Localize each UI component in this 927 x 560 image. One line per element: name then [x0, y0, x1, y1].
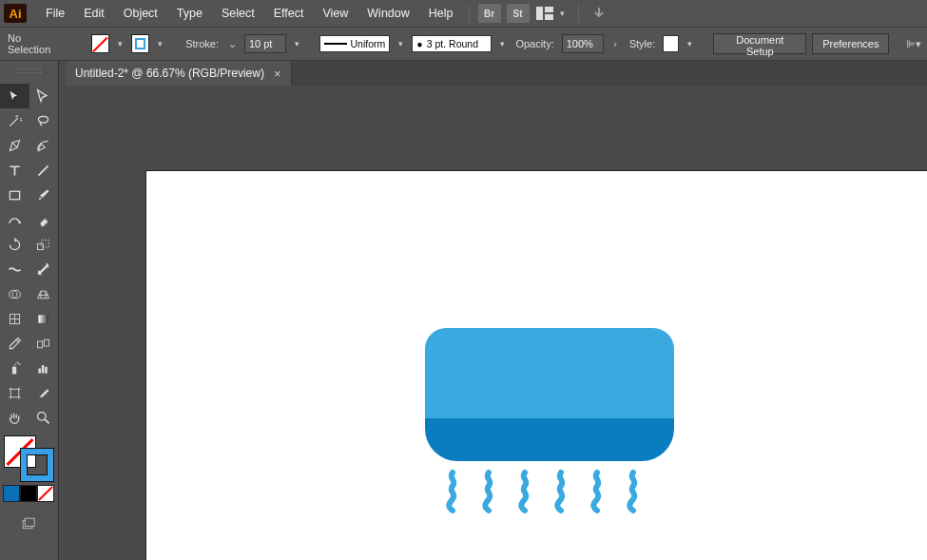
style-dropdown[interactable]: ▾ [685, 34, 695, 53]
menu-object[interactable]: Object [114, 0, 167, 27]
separator [578, 5, 579, 22]
svg-rect-5 [38, 243, 44, 249]
column-graph-tool[interactable] [29, 356, 59, 380]
svg-rect-12 [45, 339, 49, 346]
fill-stroke-swatches[interactable] [4, 435, 56, 481]
stock-button[interactable]: St [507, 4, 530, 23]
brush-definition[interactable]: ●3 pt. Round [412, 35, 492, 52]
color-mode[interactable] [3, 485, 20, 502]
opacity-more[interactable]: › [609, 38, 622, 49]
stroke-weight-dropdown[interactable]: ▾ [292, 34, 302, 53]
preferences-button[interactable]: Preferences [812, 33, 889, 54]
stroke-swatch[interactable] [131, 34, 149, 53]
artwork-waves[interactable] [443, 469, 662, 521]
zoom-tool[interactable] [29, 405, 59, 430]
menu-edit[interactable]: Edit [74, 0, 114, 27]
style-label: Style: [628, 38, 658, 49]
menu-bar: Ai File Edit Object Type Select Effect V… [0, 0, 927, 27]
menu-select[interactable]: Select [212, 0, 264, 27]
curvature-tool[interactable] [29, 133, 59, 158]
stroke-weight-input[interactable] [244, 34, 286, 53]
brush-dropdown[interactable]: ▾ [497, 34, 508, 53]
menu-effect[interactable]: Effect [264, 0, 314, 27]
profile-label: Uniform [351, 38, 386, 49]
eyedropper-tool[interactable] [0, 331, 29, 356]
paintbrush-tool[interactable] [29, 183, 59, 207]
direct-selection-tool[interactable] [29, 84, 59, 108]
svg-rect-18 [45, 366, 48, 373]
menu-view[interactable]: View [313, 0, 357, 27]
stroke-proxy[interactable] [21, 449, 53, 481]
selection-tool[interactable] [0, 84, 29, 108]
mesh-tool[interactable] [0, 306, 29, 331]
toolbox: ∷∷∷∷ [0, 61, 59, 560]
close-icon[interactable]: × [274, 67, 281, 81]
svg-rect-16 [39, 368, 42, 373]
shape-builder-tool[interactable] [0, 281, 29, 306]
artwork-shape[interactable] [425, 328, 674, 461]
opacity-input[interactable] [562, 34, 604, 53]
hand-tool[interactable] [0, 405, 29, 430]
magic-wand-tool[interactable] [0, 108, 29, 133]
svg-rect-1 [545, 7, 553, 12]
gradient-mode[interactable] [20, 485, 37, 502]
pen-tool[interactable] [0, 133, 29, 158]
svg-rect-19 [10, 389, 19, 397]
lasso-tool[interactable] [29, 108, 59, 133]
opacity-label: Opacity: [513, 38, 555, 49]
rotate-tool[interactable] [0, 232, 29, 257]
graphic-style-swatch[interactable] [663, 35, 679, 52]
screen-mode[interactable] [0, 512, 58, 536]
blend-tool[interactable] [29, 331, 59, 356]
tab-title: Untitled-2* @ 66.67% (RGB/Preview) [75, 67, 264, 80]
artboard[interactable] [146, 171, 927, 560]
arrange-documents[interactable]: ▾ [536, 4, 569, 23]
perspective-grid-tool[interactable] [29, 281, 59, 306]
svg-point-4 [18, 221, 21, 223]
svg-rect-6 [42, 240, 49, 247]
svg-rect-13 [12, 366, 16, 374]
symbol-sprayer-tool[interactable] [0, 356, 29, 380]
bridge-button[interactable]: Br [478, 4, 501, 23]
type-tool[interactable] [0, 158, 29, 183]
control-bar: No Selection ▾ ▾ Stroke: ⌄ ▾ Uniform ▾ ●… [0, 27, 927, 61]
rectangle-tool[interactable] [0, 183, 29, 207]
menu-type[interactable]: Type [167, 0, 212, 27]
svg-point-15 [19, 363, 21, 365]
variable-width-profile[interactable]: Uniform [319, 35, 391, 52]
menu-file[interactable]: File [36, 0, 74, 27]
menu-help[interactable]: Help [419, 0, 463, 27]
svg-rect-10 [39, 315, 48, 323]
line-tool[interactable] [29, 158, 59, 183]
slice-tool[interactable] [29, 380, 59, 405]
panel-grip[interactable]: ∷∷∷∷ [0, 65, 58, 78]
none-mode[interactable] [37, 485, 54, 502]
stroke-dropdown[interactable]: ▾ [155, 34, 165, 53]
menu-window[interactable]: Window [357, 0, 418, 27]
eraser-tool[interactable] [29, 207, 59, 232]
artboard-tool[interactable] [0, 380, 29, 405]
gradient-tool[interactable] [29, 306, 59, 331]
shaper-tool[interactable] [0, 207, 29, 232]
fill-dropdown[interactable]: ▾ [115, 34, 126, 53]
svg-point-20 [38, 412, 47, 420]
align-icon[interactable]: ⊫▾ [906, 38, 921, 50]
svg-point-14 [17, 361, 19, 363]
gpu-preview-icon[interactable] [588, 4, 610, 23]
fill-swatch[interactable] [91, 34, 109, 53]
scale-tool[interactable] [29, 232, 59, 257]
width-tool[interactable] [0, 257, 29, 281]
svg-rect-2 [545, 14, 553, 20]
layout-icon [536, 7, 553, 20]
stroke-link-icon[interactable]: ⌄ [226, 38, 239, 50]
svg-rect-0 [536, 7, 543, 20]
profile-dropdown[interactable]: ▾ [396, 34, 406, 53]
canvas-area[interactable] [59, 86, 927, 560]
app-logo: Ai [4, 4, 27, 23]
svg-rect-3 [10, 191, 19, 200]
document-tab[interactable]: Untitled-2* @ 66.67% (RGB/Preview) × [66, 61, 292, 86]
stroke-label: Stroke: [183, 38, 221, 49]
free-transform-tool[interactable] [29, 257, 59, 281]
document-setup-button[interactable]: Document Setup [713, 33, 806, 54]
svg-rect-11 [38, 340, 43, 347]
